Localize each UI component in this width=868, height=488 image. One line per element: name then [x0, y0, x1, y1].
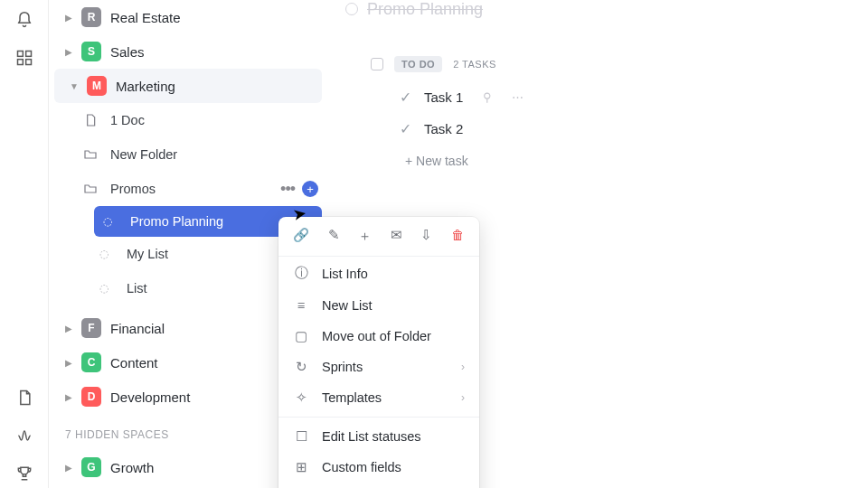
- mail-icon[interactable]: ✉: [391, 228, 402, 245]
- chevron-right-icon: ›: [461, 361, 465, 373]
- svg-rect-3: [25, 60, 31, 65]
- menu-label: Custom fields: [322, 460, 401, 474]
- sprint-icon: ↻: [293, 360, 309, 374]
- trophy-icon[interactable]: [15, 465, 33, 483]
- menu-custom-fields[interactable]: ⊞Custom fields: [278, 452, 479, 483]
- space-avatar: F: [81, 318, 101, 338]
- attach-icon[interactable]: ⚲: [483, 90, 492, 104]
- space-label: Real Estate: [110, 10, 318, 25]
- collapse-toggle[interactable]: [371, 58, 383, 70]
- download-icon[interactable]: ⇩: [420, 228, 432, 245]
- task-title: Task 1: [424, 89, 463, 105]
- folder-icon: [83, 147, 101, 162]
- task-row[interactable]: ✓ Task 1 ⚲ ⋯: [345, 81, 850, 113]
- chevron-right-icon: ▶: [61, 13, 76, 23]
- fields-icon: ⊞: [293, 460, 309, 474]
- menu-list-info[interactable]: ⓘList Info: [278, 257, 479, 290]
- icon-rail: [0, 0, 49, 488]
- folder-label: New Folder: [110, 147, 318, 162]
- list-icon: ◌: [99, 248, 118, 260]
- context-menu: 🔗 ✎ ＋ ✉ ⇩ 🗑 ⓘList Info ≡New List ▢Move o…: [278, 217, 479, 488]
- space-avatar: C: [81, 352, 101, 372]
- doc-icon: [83, 113, 101, 127]
- plus-icon[interactable]: ＋: [358, 228, 372, 245]
- task-title: Task 2: [424, 121, 463, 136]
- space-avatar: D: [81, 387, 101, 407]
- more-task-icon[interactable]: ⋯: [512, 90, 524, 104]
- chevron-down-icon: ▼: [67, 81, 81, 91]
- grid-icon[interactable]: [15, 49, 33, 67]
- task-count: 2 TASKS: [453, 59, 496, 70]
- task-row[interactable]: ✓ Task 2: [345, 113, 850, 145]
- template-icon: ✧: [293, 390, 309, 405]
- trash-icon[interactable]: 🗑: [451, 228, 465, 245]
- space-avatar: R: [81, 7, 101, 27]
- chevron-right-icon: ▶: [61, 324, 76, 333]
- menu-edit-statuses[interactable]: ☐Edit List statuses: [278, 421, 479, 452]
- chevron-right-icon: ▶: [61, 358, 76, 368]
- menu-sprints[interactable]: ↻Sprints›: [278, 352, 479, 382]
- space-avatar: M: [87, 76, 107, 96]
- chevron-right-icon: ›: [461, 391, 465, 404]
- folder-icon: [83, 182, 101, 196]
- menu-label: Edit List statuses: [322, 429, 421, 444]
- space-label: Marketing: [116, 79, 313, 94]
- list-icon: ◌: [99, 282, 118, 295]
- svg-rect-0: [17, 52, 23, 57]
- chevron-right-icon: ▶: [61, 463, 76, 473]
- doc-label: 1 Doc: [110, 113, 318, 127]
- space-sales[interactable]: ▶ S Sales: [49, 34, 327, 69]
- add-icon[interactable]: +: [302, 181, 318, 197]
- check-icon[interactable]: ✓: [400, 89, 411, 106]
- svg-rect-1: [25, 52, 31, 57]
- space-marketing[interactable]: ▼ M Marketing: [54, 69, 322, 103]
- link-icon[interactable]: 🔗: [293, 228, 309, 245]
- check-icon[interactable]: ✓: [400, 120, 411, 137]
- chevron-right-icon: ▶: [61, 392, 76, 402]
- pen-icon[interactable]: ✎: [328, 228, 340, 245]
- sidebar-promos[interactable]: Promos ••• +: [49, 172, 327, 206]
- folder-out-icon: ▢: [293, 329, 309, 343]
- menu-label: New List: [322, 298, 373, 313]
- status-bar: TO DO 2 TASKS: [371, 56, 850, 72]
- divider: [278, 417, 479, 418]
- folder-label: Promos: [110, 182, 280, 196]
- menu-label: Move out of Folder: [322, 329, 431, 343]
- menu-label: Sprints: [322, 360, 363, 374]
- menu-templates[interactable]: ✧Templates›: [278, 382, 479, 413]
- menu-new-list[interactable]: ≡New List: [278, 290, 479, 321]
- bell-icon[interactable]: [15, 11, 33, 29]
- menu-label: List Info: [322, 267, 368, 281]
- svg-rect-2: [17, 60, 23, 65]
- space-real-estate[interactable]: ▶ R Real Estate: [49, 0, 327, 34]
- new-task-button[interactable]: + New task: [345, 145, 850, 168]
- sidebar-doc[interactable]: 1 Doc: [49, 103, 327, 137]
- activity-icon[interactable]: [15, 427, 33, 445]
- page-title: Promo Planning: [367, 0, 483, 19]
- doc-icon[interactable]: [15, 389, 33, 407]
- status-pill[interactable]: TO DO: [394, 56, 442, 72]
- menu-move-out[interactable]: ▢Move out of Folder: [278, 321, 479, 352]
- space-avatar: G: [81, 457, 101, 477]
- chevron-right-icon: ▶: [61, 47, 76, 57]
- list-icon: ≡: [293, 298, 309, 313]
- menu-toolbar: 🔗 ✎ ＋ ✉ ⇩ 🗑: [278, 217, 479, 257]
- status-circle-icon: [345, 3, 358, 15]
- list-label: Promo Planning: [130, 214, 298, 229]
- space-label: Sales: [110, 44, 318, 60]
- menu-move[interactable]: →Move: [278, 483, 479, 488]
- space-avatar: S: [81, 42, 101, 61]
- info-icon: ⓘ: [293, 265, 309, 282]
- list-icon: ◌: [103, 215, 121, 228]
- menu-label: Templates: [322, 390, 382, 405]
- status-icon: ☐: [293, 429, 309, 444]
- sidebar-new-folder[interactable]: New Folder: [49, 137, 327, 172]
- breadcrumb: Promo Planning: [345, 0, 850, 20]
